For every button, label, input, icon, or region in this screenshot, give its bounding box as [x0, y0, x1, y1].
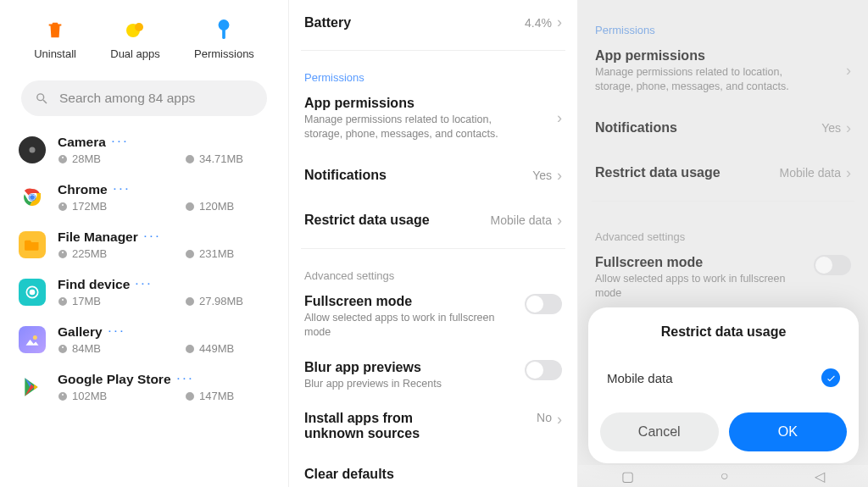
fullscreen-title: Fullscreen mode [304, 294, 525, 309]
search-icon [35, 91, 49, 106]
chevron-right-icon: › [557, 14, 562, 31]
app-name: Google Play Store [58, 372, 171, 387]
time-meta: 231MB [185, 247, 270, 260]
loading-dots-icon: ⠂⠂⠂ [135, 279, 153, 291]
app-permissions-sub: Manage permissions related to location, … [304, 113, 499, 141]
time-meta: 34.71MB [185, 152, 270, 165]
app-name: File Manager [58, 230, 138, 245]
nav-bar: ▢ ○ ◁ [578, 465, 868, 487]
permissions-button[interactable]: Permissions [194, 19, 254, 60]
app-name: Find device [58, 277, 130, 292]
pane-app-manager: Uninstall Dual apps Permissions Search a… [0, 0, 289, 487]
fullscreen-toggle[interactable] [525, 294, 562, 314]
install-unknown-row[interactable]: Install apps from unknown sources No › [301, 402, 565, 453]
trash-icon [44, 19, 66, 41]
clear-defaults-label: Clear defaults [304, 467, 562, 482]
search-placeholder: Search among 84 apps [59, 91, 195, 106]
app-name: Chrome [58, 182, 108, 197]
chevron-right-icon: › [557, 167, 562, 185]
dual-apps-button[interactable]: Dual apps [110, 19, 160, 60]
app-row-camera[interactable]: Camera⠂⠂⠂ 28MB 34.71MB [0, 126, 288, 174]
blur-previews-row[interactable]: Blur app previews Blur app previews in R… [301, 351, 565, 403]
app-permissions-title: App permissions [304, 96, 557, 111]
nav-recent-icon[interactable]: ▢ [621, 468, 634, 484]
dialog-title: Restrict data usage [588, 324, 859, 340]
svg-point-1 [135, 23, 143, 31]
loading-dots-icon: ⠂⠂⠂ [143, 232, 161, 243]
time-meta: 27.98MB [185, 295, 270, 307]
chevron-right-icon: › [557, 411, 562, 429]
app-icon-find-device [19, 279, 46, 306]
permissions-label: Permissions [194, 47, 254, 60]
uninstall-label: Uninstall [34, 47, 76, 60]
chevron-right-icon: › [557, 109, 562, 127]
svg-point-2 [219, 19, 230, 30]
advanced-settings-header: Advanced settings [301, 254, 565, 285]
blur-toggle[interactable] [525, 360, 562, 380]
storage-meta: 102MB [58, 390, 107, 402]
storage-meta: 28MB [58, 152, 101, 165]
svg-point-9 [30, 290, 36, 296]
mobile-data-label: Mobile data [607, 371, 673, 385]
app-row-gallery[interactable]: Gallery⠂⠂⠂ 84MB 449MB [0, 316, 288, 363]
install-unknown-value: No [537, 411, 552, 424]
storage-meta: 172MB [58, 200, 107, 213]
svg-point-8 [30, 195, 35, 200]
app-row-play-store[interactable]: Google Play Store⠂⠂⠂ 102MB 147MB [0, 363, 288, 411]
app-name: Camera [58, 135, 106, 150]
svg-point-4 [30, 147, 36, 153]
clear-defaults-row[interactable]: Clear defaults [301, 453, 565, 487]
loading-dots-icon: ⠂⠂⠂ [111, 137, 129, 148]
top-actions: Uninstall Dual apps Permissions [0, 0, 288, 69]
dual-apps-label: Dual apps [110, 47, 160, 60]
dual-apps-icon [125, 19, 147, 41]
app-icon-file-manager [19, 231, 46, 258]
blur-title: Blur app previews [304, 360, 525, 375]
nav-home-icon[interactable]: ○ [721, 468, 729, 484]
svg-rect-3 [223, 29, 226, 39]
restrict-data-dialog: Restrict data usage Mobile data Cancel O… [588, 307, 859, 463]
storage-meta: 17MB [58, 295, 101, 307]
app-list: Camera⠂⠂⠂ 28MB 34.71MB Chrome⠂⠂⠂ 172MB 1… [0, 126, 288, 411]
battery-row[interactable]: Battery 4.4% › [301, 0, 565, 45]
battery-label: Battery [304, 15, 525, 30]
storage-meta: 225MB [58, 247, 107, 260]
restrict-data-value: Mobile data [491, 213, 552, 227]
storage-meta: 84MB [58, 342, 101, 355]
app-row-chrome[interactable]: Chrome⠂⠂⠂ 172MB 120MB [0, 174, 288, 221]
nav-back-icon[interactable]: ◁ [815, 468, 825, 484]
app-row-file-manager[interactable]: File Manager⠂⠂⠂ 225MB 231MB [0, 221, 288, 268]
restrict-data-label: Restrict data usage [304, 213, 491, 228]
ok-button[interactable]: OK [729, 412, 848, 451]
loading-dots-icon: ⠂⠂⠂ [108, 327, 125, 338]
loading-dots-icon: ⠂⠂⠂ [113, 185, 131, 196]
app-icon-chrome [19, 184, 46, 211]
time-meta: 120MB [185, 200, 270, 213]
pane-restrict-dialog-screen: Permissions App permissions Manage permi… [578, 0, 868, 487]
uninstall-button[interactable]: Uninstall [34, 19, 76, 60]
svg-point-11 [33, 335, 37, 340]
app-row-find-device[interactable]: Find device⠂⠂⠂ 17MB 27.98MB [0, 268, 288, 316]
loading-dots-icon: ⠂⠂⠂ [176, 374, 194, 385]
permissions-icon [213, 19, 235, 41]
app-icon-camera [19, 136, 46, 163]
app-permissions-row[interactable]: App permissions Manage permissions relat… [301, 87, 565, 153]
fullscreen-sub: Allow selected apps to work in fullscree… [304, 311, 499, 340]
restrict-data-row[interactable]: Restrict data usage Mobile data › [301, 198, 565, 243]
fullscreen-mode-row[interactable]: Fullscreen mode Allow selected apps to w… [301, 285, 565, 351]
notifications-value: Yes [532, 169, 552, 182]
blur-sub: Blur app previews in Recents [304, 377, 499, 391]
search-input[interactable]: Search among 84 apps [21, 80, 267, 116]
time-meta: 449MB [185, 342, 270, 355]
pane-app-settings: Battery 4.4% › Permissions App permissio… [289, 0, 578, 487]
battery-value: 4.4% [525, 16, 552, 30]
mobile-data-option[interactable]: Mobile data [588, 362, 859, 412]
app-icon-gallery [19, 326, 46, 353]
cancel-button[interactable]: Cancel [600, 412, 719, 451]
divider [301, 248, 565, 249]
install-unknown-title: Install apps from unknown sources [304, 411, 457, 441]
divider [301, 50, 565, 51]
notifications-label: Notifications [304, 168, 532, 183]
notifications-row[interactable]: Notifications Yes › [301, 153, 565, 198]
app-icon-play-store [19, 374, 46, 401]
